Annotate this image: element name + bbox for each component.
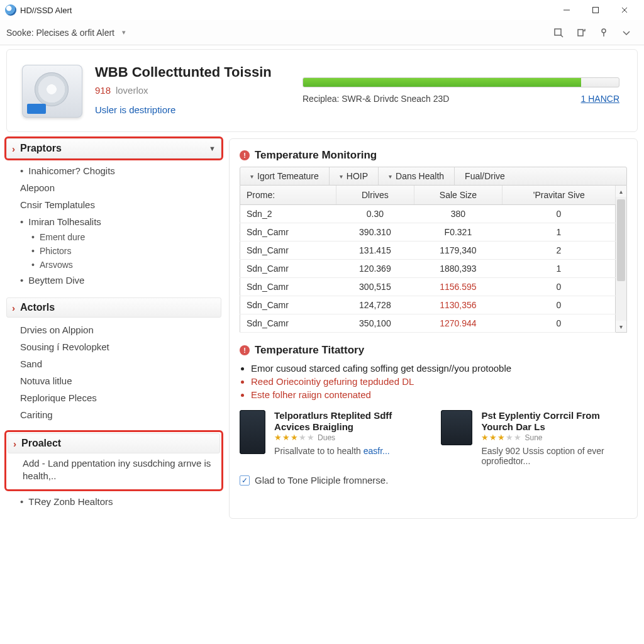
titattory-item: Reed Oriecointiy gefuring tepduded DL [251, 375, 627, 388]
sidebar-item[interactable]: Sand [20, 355, 219, 372]
table-row[interactable]: Sdn_Camr124,7281130,3560 [240, 296, 616, 314]
card-blurb: Prisallvate to to health easfr... [274, 446, 426, 456]
toolbar: Sooke: Plecises & orfit Alert ▾ [0, 20, 644, 45]
table-row[interactable]: Sdn_Camr350,1001270.9440 [240, 314, 616, 333]
description-link[interactable]: Usler is destriptiore [95, 104, 272, 115]
table-row[interactable]: Sdn_Camr131.4151179,3402 [240, 242, 616, 260]
tab-label: Dans Health [396, 171, 444, 181]
sidebar-item[interactable]: Cariting [20, 406, 219, 423]
maximize-button[interactable] [581, 0, 610, 20]
minimize-button[interactable] [552, 0, 581, 20]
cell: 2 [502, 242, 616, 260]
checkbox-icon[interactable]: ✓ [240, 475, 250, 486]
sidebar-section-title: Praptors [20, 143, 62, 154]
tab-label: HOIP [347, 171, 368, 181]
sidebar-item[interactable]: Ement dure [20, 230, 219, 244]
pin-icon[interactable] [592, 24, 615, 42]
scroll-up-icon[interactable]: ▴ [616, 186, 626, 197]
scroll-down-icon[interactable]: ▾ [616, 321, 626, 332]
sidebar-item[interactable]: TRey Zonb Healtors [20, 493, 219, 510]
svg-point-7 [602, 29, 606, 33]
sidebar-section-header[interactable]: ›Proalect [8, 433, 220, 453]
tab-label: Igort Temeature [257, 171, 319, 181]
sidebar-item[interactable]: Beyttem Dive [20, 272, 219, 289]
sidebar-item[interactable]: Inahicomer? Chogits [20, 162, 219, 179]
app-icon [5, 4, 16, 16]
recommendation-card[interactable]: Telporatlurs Rteplited Sdff Acvices Brai… [240, 410, 426, 466]
cell: Sdn_Camr [240, 242, 336, 260]
titattory-list: Emor cusoud starced cafing soffing get d… [251, 362, 627, 401]
recommendation-card[interactable]: Pst Eyplentiy Corrcil From Yourch Dar Ls… [441, 410, 627, 466]
star-rating: ★★★★★Dues [274, 433, 426, 442]
sidebar-section-title: Actorls [20, 302, 55, 313]
table-row[interactable]: Sdn_Camr120.3691880,3931 [240, 260, 616, 278]
inspect-icon[interactable] [547, 24, 570, 42]
expand-icon[interactable] [615, 24, 638, 42]
card-link[interactable]: easfr... [364, 446, 390, 456]
cell: 0 [502, 278, 616, 296]
cell: 1130,356 [414, 296, 502, 314]
sidebar-item[interactable]: Imiran Tolhesalits [20, 213, 219, 230]
window-title: HD//SSD Alert [20, 6, 72, 15]
table-row[interactable]: Sdn_Camr300,5151156.5950 [240, 278, 616, 296]
cell: 1 [502, 223, 616, 242]
health-progress [303, 77, 619, 87]
card-thumbnail [441, 410, 472, 445]
metric-label: loverlox [116, 85, 148, 96]
scroll-thumb[interactable] [617, 199, 625, 281]
cell: 120.369 [336, 260, 414, 278]
cell: 131.415 [336, 242, 414, 260]
sidebar-item[interactable]: Arsvows [20, 258, 219, 272]
cell: F0.321 [414, 223, 502, 242]
card-title: Pst Eyplentiy Corrcil From Yourch Dar Ls [481, 410, 627, 433]
footer-checkbox-row[interactable]: ✓ Glad to Tone Pliciple fromnerse. [240, 475, 627, 486]
cell: 300,515 [336, 278, 414, 296]
table-row[interactable]: Sdn_20.303800 [240, 205, 616, 223]
progress-text: Reciplea: SWR-& Drivdc Sneach 23D [303, 94, 449, 104]
cell: Sdn_Camr [240, 260, 336, 278]
sidebar-section-header[interactable]: ›Praptors▼ [6, 138, 221, 158]
source-dropdown[interactable]: Sooke: Plecises & orfit Alert [6, 28, 114, 38]
sidebar-item[interactable]: Sousing í Revolopket [20, 338, 219, 355]
tab[interactable]: Fual/Drive [455, 167, 515, 185]
table-scrollbar[interactable]: ▴ ▾ [616, 186, 627, 333]
cell: 0.30 [336, 205, 414, 223]
metric-value: 918 [95, 85, 111, 96]
svg-rect-6 [578, 30, 583, 36]
chevron-down-icon: ▾ [389, 173, 392, 180]
sidebar-item[interactable]: Drvies on Alppion [20, 321, 219, 338]
column-header[interactable]: Prome: [240, 186, 336, 205]
sidebar-item[interactable]: Cnsir Templatules [20, 196, 219, 213]
drive-image [22, 65, 82, 118]
cell: 0 [502, 296, 616, 314]
tab[interactable]: ▾Dans Health [379, 167, 455, 185]
tab-label: Fual/Drive [465, 171, 505, 181]
section-title-monitoring: Temperature Monitoring [255, 149, 377, 162]
cell: 1270.944 [414, 314, 502, 333]
column-header[interactable]: 'Pravitar Sive [502, 186, 616, 205]
column-header[interactable]: Sale Size [414, 186, 502, 205]
sidebar-item[interactable]: Notuva litlue [20, 372, 219, 389]
titlebar: HD//SSD Alert [0, 0, 644, 20]
cell: 1156.595 [414, 278, 502, 296]
card-blurb: Easly 902 Ussis coption of ever oprofied… [481, 446, 627, 466]
export-icon[interactable] [570, 24, 592, 42]
progress-link[interactable]: 1 HANCR [581, 94, 619, 104]
chevron-right-icon: › [13, 438, 16, 449]
sidebar-item[interactable]: Alepoon [20, 179, 219, 196]
sidebar-item[interactable]: Phictors [20, 244, 219, 258]
column-header[interactable]: Dlrives [336, 186, 414, 205]
drive-title: WBB Collecttunted Toissin [95, 65, 272, 80]
sidebar-item[interactable]: Replorique Pleces [20, 389, 219, 406]
drives-table: Prome:DlrivesSale Size'Pravitar Sive Sdn… [240, 186, 616, 333]
tab[interactable]: ▾Igort Temeature [240, 167, 330, 185]
tab[interactable]: ▾HOIP [330, 167, 379, 185]
titattory-item: Este folher raiign contenated [251, 388, 627, 401]
footer-checkbox-label: Glad to Tone Pliciple fromnerse. [255, 475, 388, 486]
cell: 124,728 [336, 296, 414, 314]
table-row[interactable]: Sdn_Camr390.310F0.3211 [240, 223, 616, 242]
close-button[interactable] [610, 0, 639, 20]
cell: Sdn_2 [240, 205, 336, 223]
sidebar-section-header[interactable]: ›Actorls [6, 297, 221, 318]
health-progress-bar [303, 78, 581, 87]
